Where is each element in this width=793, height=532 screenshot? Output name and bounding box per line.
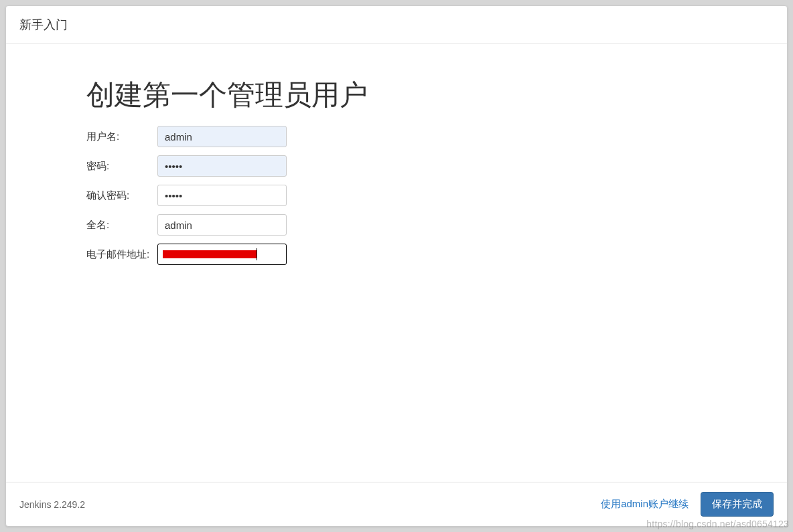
- modal-header-title: 新手入门: [19, 17, 774, 33]
- save-and-finish-button[interactable]: 保存并完成: [701, 492, 774, 517]
- setup-wizard-modal: 新手入门 创建第一个管理员用户 用户名: 密码: 确认密码: 全名: 电子邮件地…: [5, 5, 788, 527]
- jenkins-version: Jenkins 2.249.2: [19, 499, 85, 510]
- label-confirm-password: 确认密码:: [86, 189, 157, 202]
- modal-header: 新手入门: [6, 6, 787, 44]
- row-email: 电子邮件地址:: [86, 244, 707, 265]
- label-username: 用户名:: [86, 130, 157, 143]
- username-input[interactable]: [157, 126, 287, 147]
- footer-actions: 使用admin账户继续 保存并完成: [601, 492, 774, 517]
- row-fullname: 全名:: [86, 214, 707, 236]
- label-email: 电子邮件地址:: [86, 248, 157, 261]
- fullname-input[interactable]: [157, 214, 287, 236]
- confirm-password-input[interactable]: [157, 185, 287, 206]
- page-title: 创建第一个管理员用户: [86, 76, 707, 114]
- row-username: 用户名:: [86, 126, 707, 147]
- email-input[interactable]: [157, 244, 287, 265]
- row-confirm-password: 确认密码:: [86, 185, 707, 206]
- password-input[interactable]: [157, 155, 287, 177]
- modal-footer: Jenkins 2.249.2 使用admin账户继续 保存并完成: [6, 482, 787, 526]
- continue-as-admin-link[interactable]: 使用admin账户继续: [601, 498, 689, 511]
- label-password: 密码:: [86, 160, 157, 173]
- email-wrap: [157, 244, 287, 265]
- row-password: 密码:: [86, 155, 707, 177]
- label-fullname: 全名:: [86, 219, 157, 232]
- modal-body: 创建第一个管理员用户 用户名: 密码: 确认密码: 全名: 电子邮件地址:: [6, 44, 787, 482]
